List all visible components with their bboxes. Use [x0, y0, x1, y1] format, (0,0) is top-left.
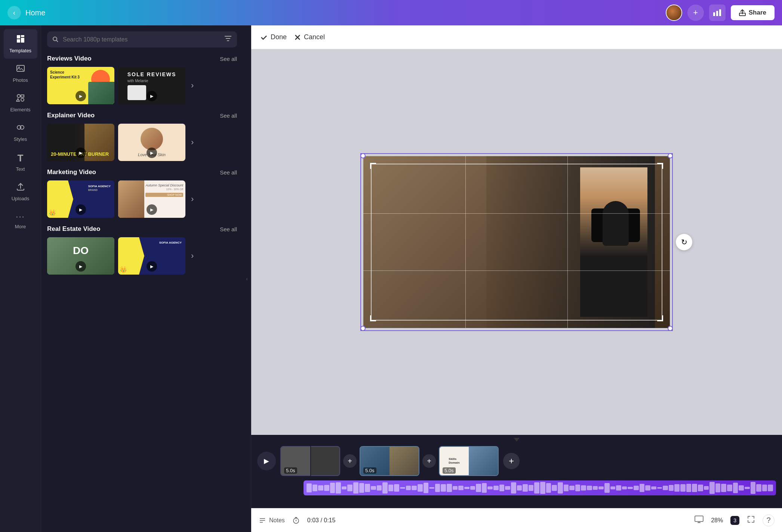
wave-bar: [394, 484, 399, 492]
sidebar-item-styles[interactable]: Styles: [4, 118, 37, 147]
search-input[interactable]: [63, 36, 221, 43]
reviews-thumb-1[interactable]: Science Experiment Kit 3 ▶: [47, 67, 114, 104]
monitor-button[interactable]: [695, 516, 704, 525]
reviews-video-see-all[interactable]: See all: [220, 56, 237, 62]
reviews-nav-next[interactable]: ›: [189, 79, 196, 92]
wave-bar: [371, 486, 376, 489]
marketing-thumb-1[interactable]: SOFIA AGENCY BRAND 👑 ▶: [47, 180, 114, 218]
help-button[interactable]: ?: [763, 514, 775, 526]
back-button[interactable]: ‹: [7, 6, 21, 19]
wave-bar: [499, 485, 505, 491]
person-circle: [141, 128, 163, 150]
page-count-button[interactable]: 3: [730, 516, 739, 525]
wave-bar: [645, 485, 650, 491]
avatar[interactable]: [666, 4, 682, 21]
marketing-thumb-2-play[interactable]: ▶: [147, 204, 157, 215]
handle-tl[interactable]: [360, 153, 366, 158]
svg-rect-6: [17, 39, 20, 43]
wave-bar: [628, 487, 633, 489]
wave-bar: [318, 485, 323, 491]
notes-button[interactable]: Notes: [259, 517, 285, 524]
sidebar-item-uploads[interactable]: Uploads: [4, 177, 37, 207]
cancel-button[interactable]: Cancel: [294, 33, 325, 41]
explainer-thumb-2-play[interactable]: ▶: [147, 148, 157, 158]
brand-label: BRAND: [88, 188, 111, 192]
explainer-video-row: 20-MINUTE FAT BURNER ▶ Love Your Skin ▶ …: [47, 124, 237, 161]
clip-3[interactable]: Skills Domain 5.0s: [439, 446, 499, 476]
hide-panel-icon: ‹: [246, 276, 248, 282]
wave-bar: [575, 485, 581, 491]
realestate-thumb-2-play[interactable]: ▶: [147, 261, 157, 272]
play-button[interactable]: ▶: [257, 452, 276, 470]
add-clip-btn-3[interactable]: +: [503, 453, 520, 469]
elements-label: Elements: [10, 107, 30, 112]
marketing-video-see-all[interactable]: See all: [220, 169, 237, 176]
svg-rect-2: [719, 9, 721, 16]
realestate-thumb-2[interactable]: SOFIA AGENCY 👑 ▶: [118, 237, 185, 275]
wave-bar: [540, 482, 545, 494]
handle-br[interactable]: [668, 326, 673, 331]
sidebar-item-more[interactable]: ··· More: [4, 207, 37, 235]
clip-2[interactable]: 5.0s: [360, 446, 419, 476]
uploads-icon: [16, 182, 25, 194]
add-button[interactable]: +: [687, 4, 704, 21]
wave-bar: [593, 486, 598, 490]
stats-button[interactable]: [709, 4, 726, 21]
wave-bar: [756, 484, 761, 491]
explainer-video-see-all[interactable]: See all: [220, 112, 237, 119]
reviews-thumb-2-play[interactable]: ▶: [147, 91, 157, 101]
wave-bar: [640, 484, 645, 492]
timeline-scroll[interactable]: ▶ 5.0s +: [251, 443, 782, 508]
expand-button[interactable]: [747, 515, 755, 525]
photos-label: Photos: [13, 77, 28, 83]
discount-sub: 10% - 30% Off: [145, 188, 183, 191]
sidebar-item-photos[interactable]: Photos: [4, 59, 37, 88]
sole-reviews-text: SOLE REVIEWS: [127, 71, 176, 77]
shop-now-btn: SHOP NOW: [145, 193, 183, 197]
svg-rect-0: [713, 12, 715, 16]
bottom-bar: Notes 0:03 / 0:15 28%: [251, 508, 782, 532]
wave-bar: [751, 482, 756, 494]
filter-icon[interactable]: [224, 35, 232, 44]
text-icon: T: [18, 152, 24, 164]
explainer-nav-next[interactable]: ›: [189, 136, 196, 149]
sidebar-item-templates[interactable]: Templates: [4, 29, 37, 59]
explainer-thumb-2[interactable]: Love Your Skin ▶: [118, 124, 185, 161]
done-button[interactable]: Done: [260, 33, 287, 41]
marketing-nav-next[interactable]: ›: [189, 192, 196, 206]
autumn-text: Autumn Special Discount 10% - 30% Off SH…: [145, 183, 183, 197]
hide-panel-button[interactable]: ‹: [243, 25, 251, 532]
expand-icon: [747, 515, 755, 523]
explainer-thumb-1[interactable]: 20-MINUTE FAT BURNER ▶: [47, 124, 114, 161]
add-clip-btn-2[interactable]: +: [422, 454, 436, 468]
audio-track[interactable]: // Will be rendered inline: [304, 480, 776, 495]
marketing-thumb-2[interactable]: Autumn Special Discount 10% - 30% Off SH…: [118, 180, 185, 218]
sidebar-item-text[interactable]: T Text: [4, 147, 37, 177]
add-clip-btn-1[interactable]: +: [343, 454, 357, 468]
sidebar-item-elements[interactable]: Elements: [4, 88, 37, 118]
wave-bar: [686, 484, 692, 492]
action-bar: Done Cancel: [251, 25, 782, 49]
realestate-nav-next[interactable]: ›: [189, 249, 196, 263]
reviews-thumb-1-play[interactable]: ▶: [76, 91, 86, 101]
handle-tr[interactable]: [668, 153, 673, 158]
video-frame[interactable]: ↻: [363, 156, 670, 328]
share-button[interactable]: Share: [731, 5, 775, 20]
realestate-thumb-1[interactable]: DO ▶: [47, 237, 114, 275]
explainer-thumb-1-play[interactable]: ▶: [76, 148, 86, 158]
timer-icon: [292, 517, 300, 524]
handle-bl[interactable]: [360, 326, 366, 331]
wave-bar: [598, 486, 604, 489]
zoom-display[interactable]: 28%: [711, 517, 723, 524]
marketing-thumb-1-play[interactable]: ▶: [76, 204, 86, 215]
realestate-video-see-all[interactable]: See all: [220, 226, 237, 232]
wave-bar: [698, 485, 703, 491]
reviews-thumb-2[interactable]: SOLE REVIEWS with Melanie ▶: [118, 67, 185, 104]
more-label: More: [15, 224, 26, 229]
wave-bar: [324, 485, 329, 491]
rotate-button[interactable]: ↻: [676, 234, 692, 250]
realestate-thumb-1-play[interactable]: ▶: [76, 261, 86, 272]
time-display: 0:03 / 0:15: [307, 517, 336, 524]
timer-button[interactable]: [292, 517, 300, 524]
wave-bar: [458, 486, 464, 491]
